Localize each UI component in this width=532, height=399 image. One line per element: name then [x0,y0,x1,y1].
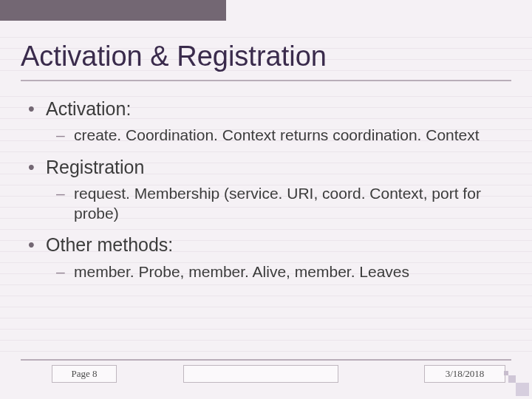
title-underline [21,80,511,81]
page-number-box: Page 8 [52,365,117,383]
header-accent-bar [0,0,226,21]
corner-decoration [502,369,529,396]
bullet-item: Registration request. Membership (servic… [46,156,511,224]
bullet-label: Activation: [46,98,131,119]
slide-title: Activation & Registration [21,41,511,72]
bullet-label: Other methods: [46,234,173,255]
footer-center-box [183,365,338,383]
slide-content: Activation & Registration Activation: cr… [0,0,532,399]
bullet-item: Other methods: member. Probe, member. Al… [46,233,511,282]
sub-list: member. Probe, member. Alive, member. Le… [46,262,511,282]
date-box: 3/18/2018 [424,365,505,383]
sub-item: request. Membership (service. URI, coord… [74,183,504,224]
slide-footer: Page 8 3/18/2018 [0,364,532,392]
sub-list: request. Membership (service. URI, coord… [46,183,511,224]
sub-item: member. Probe, member. Alive, member. Le… [74,262,504,282]
bullet-item: Activation: create. Coordination. Contex… [46,98,511,146]
sub-list: create. Coordination. Context returns co… [46,125,511,145]
bullet-label: Registration [46,157,144,177]
bullet-list: Activation: create. Coordination. Contex… [21,98,511,282]
footer-rule [21,359,511,361]
sub-item: create. Coordination. Context returns co… [74,125,504,145]
